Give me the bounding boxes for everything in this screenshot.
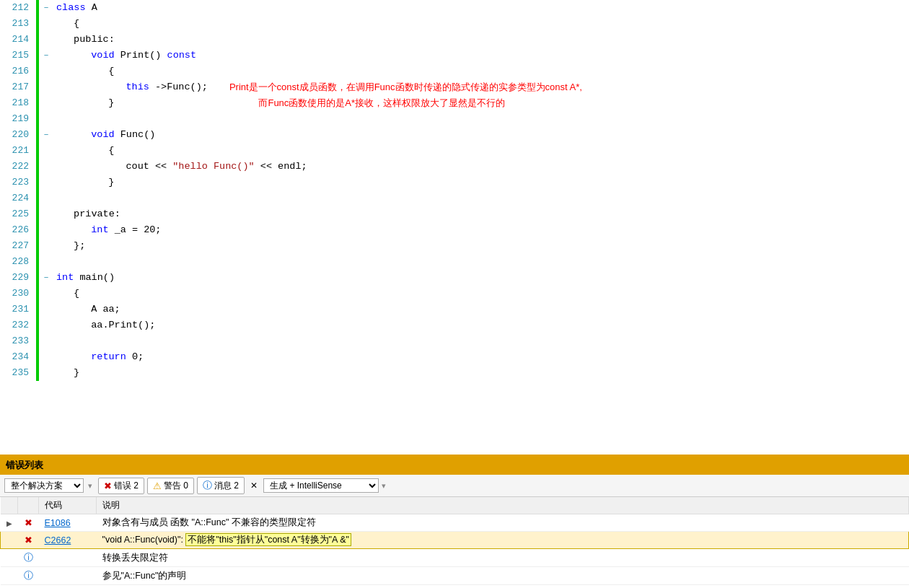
code-line-212: 212 − class A — [0, 0, 909, 16]
code-line-217: 217 this ->Func(); Print是一个const成员函数，在调用… — [0, 79, 909, 95]
code-content-235: } — [53, 365, 909, 381]
green-bar-227 — [36, 238, 39, 254]
code-line-225: 225 private: — [0, 206, 909, 222]
line-num-217: 217 — [0, 79, 36, 95]
code-line-234: 234 return 0; — [0, 349, 909, 365]
line-num-226: 226 — [0, 222, 36, 238]
code-editor: 212 − class A 213 { 214 publi — [0, 0, 909, 455]
code-line-214: 214 public: — [0, 32, 909, 48]
code-line-233: 233 — [0, 333, 909, 349]
code-line-215: 215 − void Print() const — [0, 48, 909, 63]
green-bar-223 — [36, 175, 39, 190]
icon-e1086: ✖ — [18, 514, 39, 532]
line-num-232: 232 — [0, 317, 36, 333]
line-num-219: 219 — [0, 111, 36, 127]
code-content-226: int _a = 20; — [53, 222, 909, 238]
line-num-216: 216 — [0, 63, 36, 79]
code-content-222: cout << "hello Func()" << endl; — [53, 159, 909, 175]
code-line-221: 221 { — [0, 143, 909, 159]
icon-info2: ⓘ — [18, 567, 39, 585]
line-num-220: 220 — [0, 127, 36, 143]
error-row-info2[interactable]: ⓘ 参见"A::Func"的声明 — [1, 567, 909, 585]
desc-e1086: 对象含有与成员 函数 "A::Func" 不兼容的类型限定符 — [97, 514, 909, 532]
line-num-221: 221 — [0, 143, 36, 159]
green-bar-226 — [36, 222, 39, 238]
green-bar-233 — [36, 333, 39, 349]
annotation-218: 而Func函数使用的是A*接收，这样权限放大了显然是不行的 — [136, 95, 505, 111]
filter-sep: ✕ — [250, 481, 258, 491]
line-num-214: 214 — [0, 32, 36, 48]
line-num-224: 224 — [0, 190, 36, 206]
expand-e1086[interactable]: ▶ — [1, 514, 18, 532]
highlighted-desc-c2662: 不能将"this"指针从"const A"转换为"A &" — [185, 533, 351, 546]
collapse-229[interactable]: − — [39, 270, 53, 286]
code-line-231: 231 A aa; — [0, 302, 909, 317]
code-content-221: { — [53, 143, 909, 159]
error-row-info1[interactable]: ⓘ 转换丢失限定符 — [1, 549, 909, 567]
col-desc: 说明 — [97, 497, 909, 514]
line-num-212: 212 — [0, 0, 36, 16]
errors-filter-button[interactable]: ✖ 错误 2 — [98, 478, 144, 494]
col-expand — [1, 497, 18, 514]
code-line-213: 213 { — [0, 16, 909, 32]
code-lines: 212 − class A 213 { 214 publi — [0, 0, 909, 455]
code-line-232: 232 aa.Print(); — [0, 317, 909, 333]
build-filter-select[interactable]: 生成 + IntelliSense — [263, 478, 379, 493]
line-num-213: 213 — [0, 16, 36, 32]
error-row-e1086[interactable]: ▶ ✖ E1086 对象含有与成员 函数 "A::Func" 不兼容的类型限定符 — [1, 514, 909, 532]
warnings-filter-button[interactable]: ⚠ 警告 0 — [147, 478, 194, 494]
expand-info2 — [1, 567, 18, 585]
line-num-227: 227 — [0, 238, 36, 254]
line-num-225: 225 — [0, 206, 36, 222]
code-content-218: } 而Func函数使用的是A*接收，这样权限放大了显然是不行的 — [53, 95, 909, 111]
code-content-216: { — [53, 63, 909, 79]
green-bar-228 — [36, 254, 39, 270]
green-bar-218 — [36, 95, 39, 111]
collapse-220[interactable]: − — [39, 127, 53, 143]
code-content-227: }; — [53, 238, 909, 254]
green-bar-231 — [36, 302, 39, 317]
desc-info2: 参见"A::Func"的声明 — [97, 567, 909, 585]
collapse-212[interactable]: − — [39, 0, 53, 16]
kw-class: class — [56, 2, 86, 13]
line-num-233: 233 — [0, 333, 36, 349]
annotation-217: Print是一个const成员函数，在调用Func函数时传递的隐式传递的实参类型… — [229, 79, 582, 95]
col-icon — [18, 497, 39, 514]
messages-filter-button[interactable]: ⓘ 消息 2 — [197, 477, 245, 494]
error-row-c2662[interactable]: ✖ C2662 "void A::Func(void)": 不能将"this"指… — [1, 532, 909, 549]
code-line-216: 216 { — [0, 63, 909, 79]
desc-info1: 转换丢失限定符 — [97, 549, 909, 567]
code-content-229: int main() — [53, 270, 909, 286]
line-num-230: 230 — [0, 286, 36, 302]
green-bar-216 — [36, 63, 39, 79]
line-num-215: 215 — [0, 48, 36, 63]
expand-info1 — [1, 549, 18, 567]
code-line-218: 218 } 而Func函数使用的是A*接收，这样权限放大了显然是不行的 — [0, 95, 909, 111]
info-filter-icon: ⓘ — [203, 479, 212, 492]
code-c2662[interactable]: C2662 — [39, 532, 97, 549]
code-content-225: private: — [53, 206, 909, 222]
green-bar-230 — [36, 286, 39, 302]
error-table: 代码 说明 ▶ ✖ E1086 对象含有与成员 函数 "A::Func" — [0, 497, 909, 588]
code-line-220: 220 − void Func() — [0, 127, 909, 143]
line-num-222: 222 — [0, 159, 36, 175]
scope-select[interactable]: 整个解决方案 — [4, 478, 84, 493]
green-bar-232 — [36, 317, 39, 333]
desc-c2662: "void A::Func(void)": 不能将"this"指针从"const… — [97, 532, 909, 549]
green-bar-225 — [36, 206, 39, 222]
code-line-226: 226 int _a = 20; — [0, 222, 909, 238]
icon-info1: ⓘ — [18, 549, 39, 567]
code-line-228: 228 — [0, 254, 909, 270]
error-table-header: 代码 说明 — [1, 497, 909, 514]
green-bar-234 — [36, 349, 39, 365]
error-toolbar: 整个解决方案 ▾ ✖ 错误 2 ⚠ 警告 0 ⓘ 消息 2 ✕ 生成 + Int… — [0, 475, 909, 497]
green-bar-214 — [36, 32, 39, 48]
code-content-231: A aa; — [53, 302, 909, 317]
green-bar-235 — [36, 365, 39, 381]
green-bar-222 — [36, 159, 39, 175]
collapse-215[interactable]: − — [39, 48, 53, 63]
code-e1086[interactable]: E1086 — [39, 514, 97, 532]
code-line-224: 224 — [0, 190, 909, 206]
warning-filter-icon: ⚠ — [153, 481, 162, 491]
code-content-230: { — [53, 286, 909, 302]
